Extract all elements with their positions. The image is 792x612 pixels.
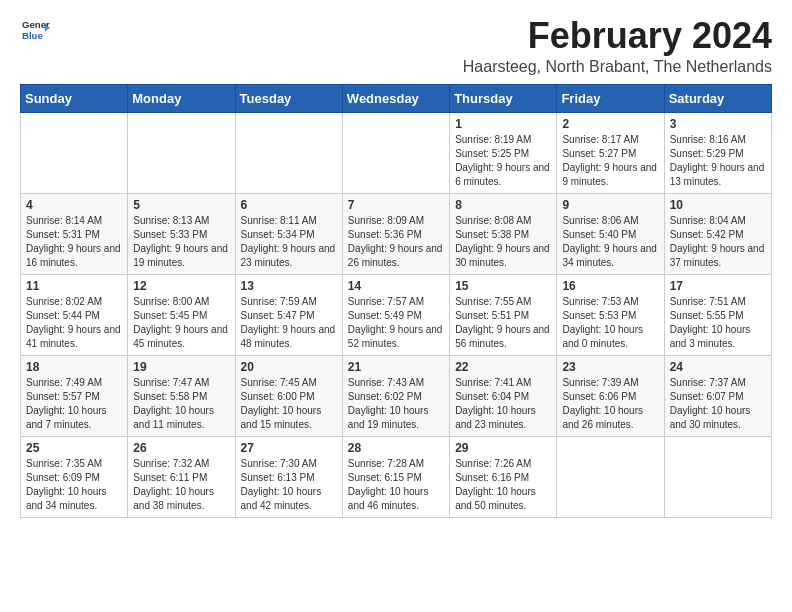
header-tuesday: Tuesday <box>235 84 342 112</box>
table-row <box>128 112 235 193</box>
table-row <box>557 436 664 517</box>
table-row: 19Sunrise: 7:47 AM Sunset: 5:58 PM Dayli… <box>128 355 235 436</box>
day-number: 18 <box>26 360 122 374</box>
day-info: Sunrise: 7:51 AM Sunset: 5:55 PM Dayligh… <box>670 295 766 351</box>
day-number: 13 <box>241 279 337 293</box>
table-row <box>342 112 449 193</box>
day-number: 6 <box>241 198 337 212</box>
day-number: 8 <box>455 198 551 212</box>
day-number: 7 <box>348 198 444 212</box>
day-info: Sunrise: 7:53 AM Sunset: 5:53 PM Dayligh… <box>562 295 658 351</box>
table-row: 15Sunrise: 7:55 AM Sunset: 5:51 PM Dayli… <box>450 274 557 355</box>
day-info: Sunrise: 7:47 AM Sunset: 5:58 PM Dayligh… <box>133 376 229 432</box>
location-title: Haarsteeg, North Brabant, The Netherland… <box>463 58 772 76</box>
table-row: 2Sunrise: 8:17 AM Sunset: 5:27 PM Daylig… <box>557 112 664 193</box>
table-row: 1Sunrise: 8:19 AM Sunset: 5:25 PM Daylig… <box>450 112 557 193</box>
table-row: 28Sunrise: 7:28 AM Sunset: 6:15 PM Dayli… <box>342 436 449 517</box>
table-row: 17Sunrise: 7:51 AM Sunset: 5:55 PM Dayli… <box>664 274 771 355</box>
table-row <box>21 112 128 193</box>
day-number: 10 <box>670 198 766 212</box>
table-row: 23Sunrise: 7:39 AM Sunset: 6:06 PM Dayli… <box>557 355 664 436</box>
calendar-header-row: Sunday Monday Tuesday Wednesday Thursday… <box>21 84 772 112</box>
day-info: Sunrise: 7:57 AM Sunset: 5:49 PM Dayligh… <box>348 295 444 351</box>
table-row: 14Sunrise: 7:57 AM Sunset: 5:49 PM Dayli… <box>342 274 449 355</box>
day-number: 3 <box>670 117 766 131</box>
day-number: 12 <box>133 279 229 293</box>
header: General Blue February 2024 Haarsteeg, No… <box>20 16 772 76</box>
table-row: 16Sunrise: 7:53 AM Sunset: 5:53 PM Dayli… <box>557 274 664 355</box>
day-info: Sunrise: 7:35 AM Sunset: 6:09 PM Dayligh… <box>26 457 122 513</box>
day-info: Sunrise: 7:37 AM Sunset: 6:07 PM Dayligh… <box>670 376 766 432</box>
table-row: 29Sunrise: 7:26 AM Sunset: 6:16 PM Dayli… <box>450 436 557 517</box>
day-info: Sunrise: 7:45 AM Sunset: 6:00 PM Dayligh… <box>241 376 337 432</box>
day-info: Sunrise: 8:13 AM Sunset: 5:33 PM Dayligh… <box>133 214 229 270</box>
day-number: 23 <box>562 360 658 374</box>
day-number: 4 <box>26 198 122 212</box>
day-number: 11 <box>26 279 122 293</box>
table-row: 25Sunrise: 7:35 AM Sunset: 6:09 PM Dayli… <box>21 436 128 517</box>
table-row: 7Sunrise: 8:09 AM Sunset: 5:36 PM Daylig… <box>342 193 449 274</box>
header-thursday: Thursday <box>450 84 557 112</box>
calendar-table: Sunday Monday Tuesday Wednesday Thursday… <box>20 84 772 518</box>
day-info: Sunrise: 8:09 AM Sunset: 5:36 PM Dayligh… <box>348 214 444 270</box>
table-row: 8Sunrise: 8:08 AM Sunset: 5:38 PM Daylig… <box>450 193 557 274</box>
day-info: Sunrise: 7:49 AM Sunset: 5:57 PM Dayligh… <box>26 376 122 432</box>
day-number: 20 <box>241 360 337 374</box>
header-saturday: Saturday <box>664 84 771 112</box>
table-row <box>235 112 342 193</box>
table-row: 18Sunrise: 7:49 AM Sunset: 5:57 PM Dayli… <box>21 355 128 436</box>
day-number: 21 <box>348 360 444 374</box>
table-row: 11Sunrise: 8:02 AM Sunset: 5:44 PM Dayli… <box>21 274 128 355</box>
title-block: February 2024 Haarsteeg, North Brabant, … <box>463 16 772 76</box>
day-number: 26 <box>133 441 229 455</box>
day-info: Sunrise: 8:17 AM Sunset: 5:27 PM Dayligh… <box>562 133 658 189</box>
table-row <box>664 436 771 517</box>
day-info: Sunrise: 8:14 AM Sunset: 5:31 PM Dayligh… <box>26 214 122 270</box>
day-info: Sunrise: 7:26 AM Sunset: 6:16 PM Dayligh… <box>455 457 551 513</box>
day-number: 28 <box>348 441 444 455</box>
header-sunday: Sunday <box>21 84 128 112</box>
logo: General Blue <box>20 16 50 44</box>
day-info: Sunrise: 8:16 AM Sunset: 5:29 PM Dayligh… <box>670 133 766 189</box>
week-row-5: 25Sunrise: 7:35 AM Sunset: 6:09 PM Dayli… <box>21 436 772 517</box>
table-row: 26Sunrise: 7:32 AM Sunset: 6:11 PM Dayli… <box>128 436 235 517</box>
table-row: 10Sunrise: 8:04 AM Sunset: 5:42 PM Dayli… <box>664 193 771 274</box>
week-row-3: 11Sunrise: 8:02 AM Sunset: 5:44 PM Dayli… <box>21 274 772 355</box>
day-number: 25 <box>26 441 122 455</box>
month-title: February 2024 <box>463 16 772 56</box>
svg-text:Blue: Blue <box>22 30 43 41</box>
day-info: Sunrise: 7:39 AM Sunset: 6:06 PM Dayligh… <box>562 376 658 432</box>
table-row: 24Sunrise: 7:37 AM Sunset: 6:07 PM Dayli… <box>664 355 771 436</box>
day-info: Sunrise: 7:59 AM Sunset: 5:47 PM Dayligh… <box>241 295 337 351</box>
header-wednesday: Wednesday <box>342 84 449 112</box>
day-info: Sunrise: 8:11 AM Sunset: 5:34 PM Dayligh… <box>241 214 337 270</box>
day-info: Sunrise: 8:04 AM Sunset: 5:42 PM Dayligh… <box>670 214 766 270</box>
header-monday: Monday <box>128 84 235 112</box>
day-info: Sunrise: 8:02 AM Sunset: 5:44 PM Dayligh… <box>26 295 122 351</box>
day-number: 14 <box>348 279 444 293</box>
day-info: Sunrise: 7:43 AM Sunset: 6:02 PM Dayligh… <box>348 376 444 432</box>
day-number: 2 <box>562 117 658 131</box>
table-row: 21Sunrise: 7:43 AM Sunset: 6:02 PM Dayli… <box>342 355 449 436</box>
day-number: 17 <box>670 279 766 293</box>
day-number: 15 <box>455 279 551 293</box>
day-info: Sunrise: 8:06 AM Sunset: 5:40 PM Dayligh… <box>562 214 658 270</box>
day-info: Sunrise: 8:00 AM Sunset: 5:45 PM Dayligh… <box>133 295 229 351</box>
day-info: Sunrise: 8:08 AM Sunset: 5:38 PM Dayligh… <box>455 214 551 270</box>
table-row: 22Sunrise: 7:41 AM Sunset: 6:04 PM Dayli… <box>450 355 557 436</box>
day-info: Sunrise: 7:55 AM Sunset: 5:51 PM Dayligh… <box>455 295 551 351</box>
table-row: 12Sunrise: 8:00 AM Sunset: 5:45 PM Dayli… <box>128 274 235 355</box>
day-number: 22 <box>455 360 551 374</box>
day-info: Sunrise: 7:32 AM Sunset: 6:11 PM Dayligh… <box>133 457 229 513</box>
day-info: Sunrise: 7:28 AM Sunset: 6:15 PM Dayligh… <box>348 457 444 513</box>
day-number: 29 <box>455 441 551 455</box>
day-number: 9 <box>562 198 658 212</box>
table-row: 27Sunrise: 7:30 AM Sunset: 6:13 PM Dayli… <box>235 436 342 517</box>
header-friday: Friday <box>557 84 664 112</box>
day-number: 19 <box>133 360 229 374</box>
table-row: 13Sunrise: 7:59 AM Sunset: 5:47 PM Dayli… <box>235 274 342 355</box>
day-number: 24 <box>670 360 766 374</box>
day-number: 5 <box>133 198 229 212</box>
table-row: 3Sunrise: 8:16 AM Sunset: 5:29 PM Daylig… <box>664 112 771 193</box>
day-info: Sunrise: 8:19 AM Sunset: 5:25 PM Dayligh… <box>455 133 551 189</box>
